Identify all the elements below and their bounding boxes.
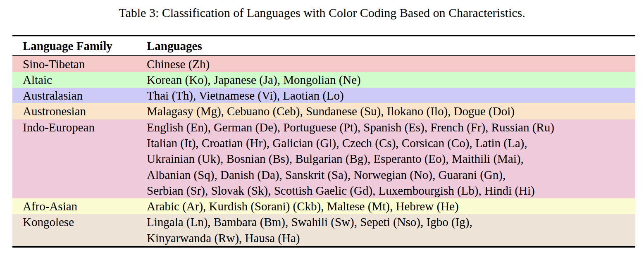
table-row-sino-tibetan: Sino-Tibetan Chinese (Zh): [12, 56, 635, 72]
languages-cell: Thai (Th), Vietnamese (Vi), Laotian (Lo): [147, 88, 635, 103]
languages-line: Italian (It), Croatian (Hr), Galician (G…: [147, 135, 635, 151]
languages-line: Albanian (Sq), Danish (Da), Sanskrit (Sa…: [147, 167, 635, 183]
header-languages: Languages: [147, 39, 635, 53]
header-language-family: Language Family: [12, 39, 147, 53]
bottom-rule: [12, 246, 635, 248]
language-family-cell: Indo-European: [12, 119, 147, 198]
languages-line: Korean (Ko), Japanese (Ja), Mongolian (N…: [147, 72, 635, 88]
table-row-australasian: Australasian Thai (Th), Vietnamese (Vi),…: [12, 88, 635, 103]
languages-line: Arabic (Ar), Kurdish (Sorani) (Ckb), Mal…: [147, 198, 635, 214]
languages-line: Serbian (Sr), Slovak (Sk), Scottish Gael…: [147, 183, 635, 198]
languages-cell: Chinese (Zh): [147, 56, 635, 72]
languages-line: Lingala (Ln), Bambara (Bm), Swahili (Sw)…: [147, 214, 635, 230]
languages-line: English (En), German (De), Portuguese (P…: [147, 119, 635, 135]
language-family-cell: Austronesian: [12, 103, 147, 119]
table-header-row: Language Family Languages: [12, 36, 635, 55]
languages-line: Thai (Th), Vietnamese (Vi), Laotian (Lo): [147, 88, 635, 103]
language-family-cell: Sino-Tibetan: [12, 56, 147, 72]
language-family-cell: Afro-Asian: [12, 198, 147, 214]
table-row-indo-european: Indo-European English (En), German (De),…: [12, 119, 635, 198]
table-row-afro-asian: Afro-Asian Arabic (Ar), Kurdish (Sorani)…: [12, 198, 635, 214]
languages-line: Ukrainian (Uk), Bosnian (Bs), Bulgarian …: [147, 151, 635, 167]
language-family-cell: Altaic: [12, 72, 147, 88]
languages-cell: Arabic (Ar), Kurdish (Sorani) (Ckb), Mal…: [147, 198, 635, 214]
table-row-kongolese: Kongolese Lingala (Ln), Bambara (Bm), Sw…: [12, 214, 635, 246]
classification-table: Language Family Languages Sino-Tibetan C…: [12, 35, 635, 248]
language-family-cell: Kongolese: [12, 214, 147, 246]
languages-cell: Lingala (Ln), Bambara (Bm), Swahili (Sw)…: [147, 214, 635, 246]
languages-cell: Malagasy (Mg), Cebuano (Ceb), Sundanese …: [147, 103, 635, 119]
table-row-altaic: Altaic Korean (Ko), Japanese (Ja), Mongo…: [12, 72, 635, 88]
languages-line: Chinese (Zh): [147, 56, 635, 72]
languages-cell: Korean (Ko), Japanese (Ja), Mongolian (N…: [147, 72, 635, 88]
languages-cell: English (En), German (De), Portuguese (P…: [147, 119, 635, 198]
language-family-cell: Australasian: [12, 88, 147, 103]
languages-line: Kinyarwanda (Rw), Hausa (Ha): [147, 230, 635, 246]
languages-line: Malagasy (Mg), Cebuano (Ceb), Sundanese …: [147, 103, 635, 119]
table-caption: Table 3: Classification of Languages wit…: [0, 0, 644, 20]
table-row-austronesian: Austronesian Malagasy (Mg), Cebuano (Ceb…: [12, 103, 635, 119]
